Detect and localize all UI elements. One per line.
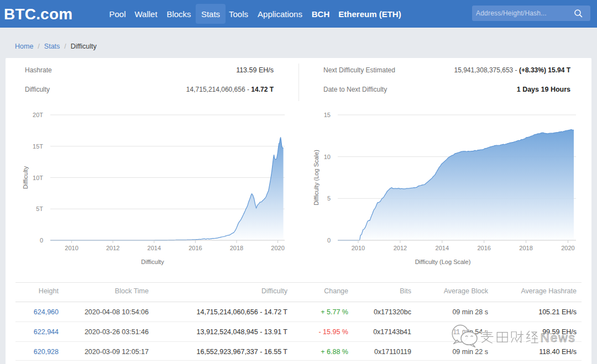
svg-text:News: News bbox=[541, 331, 576, 345]
